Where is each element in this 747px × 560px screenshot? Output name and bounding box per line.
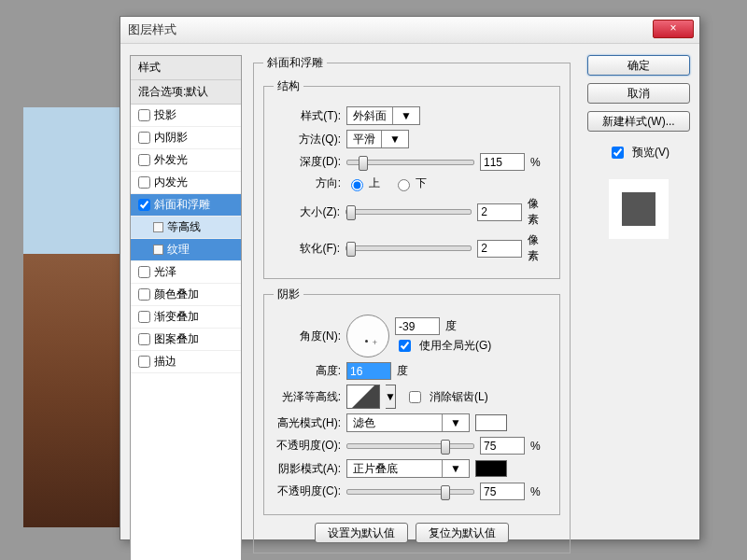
highlight-opacity-slider[interactable] [346, 443, 474, 449]
shadow-opacity-slider[interactable] [346, 489, 474, 495]
shadow-mode-label: 阴影模式(A): [274, 461, 341, 477]
style-item-inner-shadow[interactable]: 内阴影 [131, 127, 241, 149]
checkbox[interactable] [138, 176, 150, 189]
dialog-title: 图层样式 [128, 21, 176, 38]
shading-group: 阴影 角度(N): + 度 使用全局光(G) 高度: 度 光泽等高线: ▼ 消除… [263, 287, 560, 515]
style-item-bevel-emboss[interactable]: 斜面和浮雕 [131, 194, 241, 217]
style-dropdown[interactable]: 外斜面▼ [346, 106, 420, 125]
technique-dropdown[interactable]: 平滑▼ [346, 130, 409, 148]
gloss-contour-label: 光泽等高线: [274, 389, 341, 405]
style-label: 样式(T): [274, 108, 341, 124]
styles-list: 样式 混合选项:默认 投影 内阴影 外发光 内发光 斜面和浮雕 等高线 纹理 光… [130, 55, 242, 560]
altitude-label: 高度: [274, 363, 341, 379]
checkbox[interactable] [138, 356, 150, 368]
technique-label: 方法(Q): [274, 132, 341, 147]
style-item-gradient-overlay[interactable]: 渐变叠加 [131, 306, 241, 329]
angle-wheel[interactable]: + [346, 315, 389, 357]
highlight-mode-dropdown[interactable]: 滤色▼ [346, 413, 470, 432]
depth-slider[interactable] [346, 160, 474, 165]
sub-indicator-icon [153, 222, 163, 232]
checkbox[interactable] [138, 311, 150, 323]
shadow-mode-dropdown[interactable]: 正片叠底▼ [346, 459, 470, 478]
titlebar[interactable]: 图层样式 × [120, 17, 699, 44]
soften-input[interactable] [477, 240, 522, 258]
chevron-down-icon: ▼ [381, 131, 408, 147]
angle-input[interactable] [395, 317, 440, 335]
depth-label: 深度(D): [274, 154, 341, 170]
preview-checkbox[interactable] [612, 147, 624, 159]
bevel-emboss-panel: 斜面和浮雕 结构 样式(T): 外斜面▼ 方法(Q): 平滑▼ 深度(D): %… [253, 55, 571, 553]
soften-label: 软化(F): [274, 241, 340, 257]
close-button[interactable]: × [653, 20, 694, 38]
shadow-color-swatch[interactable] [475, 460, 507, 477]
styles-header[interactable]: 样式 [131, 56, 241, 80]
depth-input[interactable] [480, 153, 525, 171]
reset-default-button[interactable]: 复位为默认值 [416, 523, 509, 543]
structure-legend: 结构 [274, 78, 303, 94]
global-light-checkbox[interactable] [399, 340, 411, 352]
highlight-opacity-label: 不透明度(O): [274, 438, 341, 454]
highlight-color-swatch[interactable] [475, 414, 507, 431]
chevron-down-icon: ▼ [442, 460, 469, 477]
style-item-contour[interactable]: 等高线 [131, 217, 241, 239]
checkbox[interactable] [138, 199, 150, 211]
style-item-pattern-overlay[interactable]: 图案叠加 [131, 329, 241, 351]
layer-style-dialog: 图层样式 × 样式 混合选项:默认 投影 内阴影 外发光 内发光 斜面和浮雕 等… [120, 16, 700, 540]
direction-down-radio[interactable]: 下 [393, 175, 427, 191]
sub-indicator-icon [153, 245, 163, 255]
checkbox[interactable] [138, 288, 150, 301]
panel-legend: 斜面和浮雕 [263, 55, 327, 71]
gloss-contour-picker[interactable] [346, 385, 380, 409]
checkbox[interactable] [138, 266, 150, 278]
style-item-color-overlay[interactable]: 颜色叠加 [131, 284, 241, 306]
highlight-mode-label: 高光模式(H): [274, 415, 341, 431]
shading-legend: 阴影 [274, 287, 303, 302]
checkbox[interactable] [138, 333, 150, 345]
soften-slider[interactable] [345, 245, 472, 251]
direction-up-radio[interactable]: 上 [346, 175, 380, 191]
checkbox[interactable] [138, 109, 150, 121]
size-label: 大小(Z): [274, 204, 340, 220]
direction-label: 方向: [274, 175, 341, 191]
angle-label: 角度(N): [274, 329, 341, 344]
preview-swatch [609, 179, 669, 239]
style-item-stroke[interactable]: 描边 [131, 351, 241, 373]
cancel-button[interactable]: 取消 [587, 83, 690, 104]
checkbox[interactable] [138, 132, 150, 144]
chevron-down-icon: ▼ [442, 414, 469, 431]
chevron-down-icon: ▼ [392, 107, 419, 124]
shadow-opacity-input[interactable] [480, 483, 525, 500]
structure-group: 结构 样式(T): 外斜面▼ 方法(Q): 平滑▼ 深度(D): % 方向: 上… [263, 78, 560, 279]
shadow-opacity-label: 不透明度(C): [274, 483, 341, 499]
style-item-satin[interactable]: 光泽 [131, 261, 241, 284]
chevron-down-icon[interactable]: ▼ [386, 385, 396, 409]
style-item-outer-glow[interactable]: 外发光 [131, 149, 241, 172]
new-style-button[interactable]: 新建样式(W)... [587, 111, 690, 132]
size-input[interactable] [477, 203, 522, 221]
ok-button[interactable]: 确定 [587, 55, 690, 76]
altitude-input[interactable] [346, 362, 391, 380]
highlight-opacity-input[interactable] [480, 437, 525, 455]
blend-options-header[interactable]: 混合选项:默认 [131, 80, 241, 105]
checkbox[interactable] [138, 154, 150, 166]
style-item-inner-glow[interactable]: 内发光 [131, 172, 241, 194]
style-item-texture[interactable]: 纹理 [131, 239, 241, 261]
antialias-checkbox[interactable] [409, 391, 421, 403]
size-slider[interactable] [345, 209, 472, 215]
make-default-button[interactable]: 设置为默认值 [315, 523, 408, 543]
style-item-drop-shadow[interactable]: 投影 [131, 105, 241, 127]
